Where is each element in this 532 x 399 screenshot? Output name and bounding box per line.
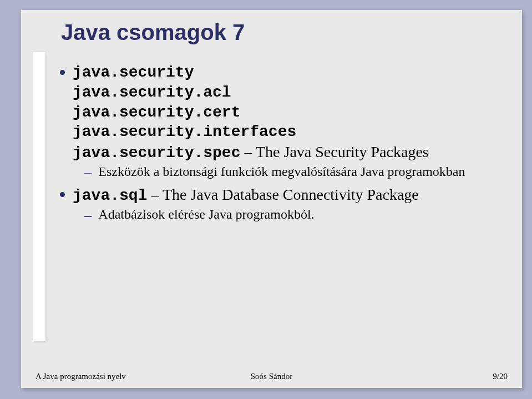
footer-page-number: 9/20 <box>493 372 508 381</box>
code-text: java.security.spec <box>73 144 240 161</box>
code-text: java.sql <box>73 187 147 204</box>
sub-bullet: – Eszközök a biztonsági funkciók megvaló… <box>84 163 500 181</box>
slide-content: java.security java.security.acl java.sec… <box>60 63 500 224</box>
slide-title: Java csomagok 7 <box>61 20 245 45</box>
sub-text: Adatbázisok elérése Java programokból. <box>98 206 314 224</box>
sub-text: Eszközök a biztonsági funkciók megvalósí… <box>98 163 465 181</box>
slide-footer: A Java programozási nyelv Soós Sándor 9/… <box>36 372 508 381</box>
code-line: java.security.acl <box>73 83 500 103</box>
bullet-body: java.sql – The Java Database Connectivit… <box>73 185 500 206</box>
bullet-item: java.sql – The Java Database Connectivit… <box>60 185 500 206</box>
bullet-dot-icon <box>60 192 65 197</box>
code-line: java.security.cert <box>73 103 500 123</box>
code-with-desc: java.security.spec – The Java Security P… <box>73 142 500 163</box>
dash-icon: – <box>84 164 92 181</box>
slide-background: Java csomagok 7 java.security java.secur… <box>21 10 522 388</box>
bullet-dot-icon <box>60 70 65 75</box>
desc-text: – The Java Database Connectivity Package <box>147 186 418 203</box>
sub-bullet: – Adatbázisok elérése Java programokból. <box>84 206 500 224</box>
bullet-item: java.security java.security.acl java.sec… <box>60 63 500 163</box>
code-line: java.security.interfaces <box>73 122 500 142</box>
dash-icon: – <box>84 207 92 224</box>
bullet-body: java.security java.security.acl java.sec… <box>73 63 500 163</box>
accent-bar <box>33 52 45 341</box>
footer-left: A Java programozási nyelv <box>36 372 126 381</box>
code-line: java.security <box>73 63 500 83</box>
desc-text: – The Java Security Packages <box>240 143 428 160</box>
